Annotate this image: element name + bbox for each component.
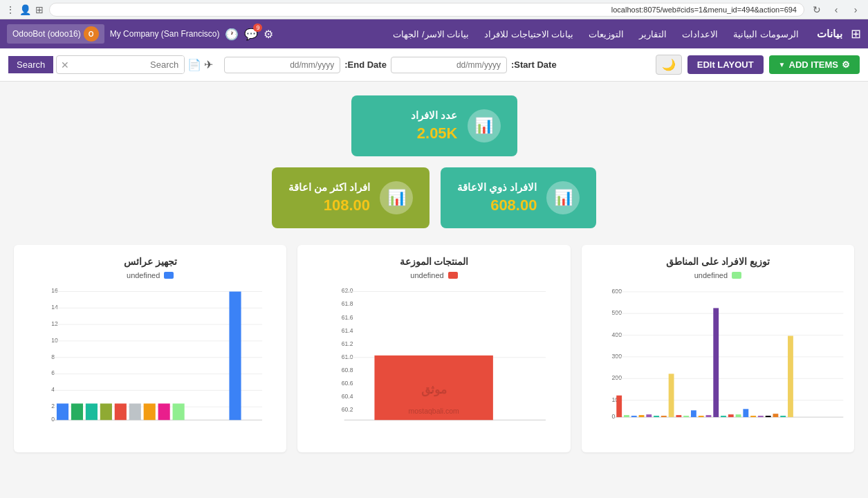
- svg-rect-26: [705, 415, 711, 417]
- svg-rect-32: [750, 416, 756, 417]
- chart-regions-title: توزيع الافراد على المناطق: [593, 256, 843, 267]
- end-date-input[interactable]: [224, 57, 340, 73]
- notification-badge: 9: [253, 24, 262, 32]
- chart-products: المنتجات الموزعة undefined 62.0 61.8 61.…: [297, 245, 570, 452]
- kpi-icon-multi-disabled: 📊: [380, 181, 413, 214]
- search-group: ✈ 📄 ✕ Search: [8, 55, 213, 74]
- end-date-label: End Date:: [344, 59, 387, 70]
- kpi-icon-disabled: 📊: [546, 181, 580, 214]
- svg-rect-24: [691, 410, 696, 417]
- nav-item-reports[interactable]: التقارير: [632, 26, 674, 42]
- kpi-label-disabled: الافراد ذوي الاعاقة: [457, 181, 537, 194]
- kpi-card-employees[interactable]: 📊 عدد الافراد 2.05K: [351, 95, 517, 156]
- svg-rect-79: [158, 403, 170, 420]
- chart-products-svg: 62.0 61.8 61.6 61.4 61.2 61.0 60.8 60.6 …: [308, 285, 559, 423]
- menu-icon[interactable]: ⋮: [6, 4, 15, 15]
- browser-bar: ‹ › ↻ localhost:8075/web#cids=1&menu_id=…: [0, 0, 868, 19]
- add-items-button[interactable]: ⚙ ADD ITEMS ▼: [769, 55, 860, 74]
- svg-rect-37: [788, 336, 793, 418]
- nav-right: ⚙ 💬 9 🕐 My Company (San Francisco) O Odo…: [7, 24, 273, 44]
- chart-regions-legend: undefined: [593, 271, 843, 279]
- kpi-card-disabled[interactable]: 📊 الافراد ذوي الاعاقة 608.00: [441, 167, 596, 228]
- nav-items: الرسومات البيانية الاعدادات التقارير الت…: [276, 26, 806, 42]
- extensions-icon[interactable]: ⊞: [35, 4, 44, 15]
- svg-text:62.0: 62.0: [342, 287, 353, 294]
- svg-rect-73: [71, 403, 83, 420]
- svg-text:300: 300: [611, 353, 622, 360]
- svg-rect-14: [616, 396, 622, 417]
- svg-rect-29: [728, 414, 734, 417]
- kpi-row-top: 📊 عدد الافراد 2.05K: [351, 95, 517, 156]
- svg-rect-34: [765, 416, 770, 417]
- svg-rect-17: [638, 415, 644, 417]
- svg-rect-81: [229, 292, 241, 421]
- chart-bride-title: تجهيز عرائس: [25, 256, 275, 267]
- svg-text:61.0: 61.0: [342, 353, 353, 360]
- kpi-value-multi-disabled: 108.00: [288, 196, 371, 214]
- date-filter-group: Start Date: End Date:: [224, 57, 556, 73]
- svg-rect-74: [86, 403, 98, 420]
- svg-text:8: 8: [51, 353, 55, 360]
- kpi-value-employees: 2.05K: [411, 124, 457, 142]
- toolbar: ⚙ ADD ITEMS ▼ EDIt LAYOUT 🌙 Start Date: …: [0, 48, 868, 82]
- svg-rect-75: [100, 403, 112, 420]
- legend-color-bride: [164, 272, 174, 279]
- svg-rect-22: [676, 415, 681, 417]
- kpi-row-bottom: 📊 الافراد ذوي الاعاقة 608.00 📊 افراد اكث…: [272, 167, 597, 228]
- nav-item-families[interactable]: بيانات الاسر/ الجهات: [386, 26, 476, 42]
- chart-regions: توزيع الافراد على المناطق undefined 600 …: [582, 245, 854, 452]
- search-input[interactable]: [73, 56, 184, 73]
- svg-text:0: 0: [51, 416, 55, 423]
- kpi-card-multi-disabled[interactable]: 📊 افراد اكثر من اعاقة 108.00: [272, 167, 430, 228]
- top-nav: ⊞ بيانات الرسومات البيانية الاعدادات الت…: [0, 19, 868, 48]
- kpi-text-employees: عدد الافراد 2.05K: [411, 109, 457, 142]
- svg-rect-30: [735, 414, 741, 417]
- nav-item-charts[interactable]: الرسومات البيانية: [726, 26, 806, 42]
- svg-rect-15: [624, 415, 629, 417]
- nav-item-needs[interactable]: بيانات الاحتياجات للافراد: [477, 26, 580, 42]
- kpi-text-disabled: الافراد ذوي الاعاقة 608.00: [457, 181, 537, 214]
- nav-item-distributions[interactable]: التوزيعات: [582, 26, 631, 42]
- charts-section: توزيع الافراد على المناطق undefined 600 …: [14, 245, 854, 452]
- share-icon[interactable]: ✈: [204, 58, 213, 71]
- svg-rect-27: [713, 308, 719, 417]
- reload-button[interactable]: ↻: [810, 3, 824, 17]
- svg-text:4: 4: [51, 386, 55, 393]
- download-icon[interactable]: 📄: [187, 58, 201, 71]
- kpi-value-disabled: 608.00: [457, 196, 537, 214]
- nav-item-settings[interactable]: الاعدادات: [675, 26, 725, 42]
- search-button[interactable]: Search: [8, 56, 53, 73]
- legend-label-regions: undefined: [694, 271, 728, 279]
- browser-toolbar: ⊞ 👤 ⋮: [6, 4, 44, 15]
- search-clear-button[interactable]: ✕: [57, 59, 73, 71]
- address-bar[interactable]: localhost:8075/web#cids=1&menu_id=494&ac…: [49, 3, 804, 17]
- profile-icon[interactable]: 👤: [19, 4, 31, 15]
- svg-rect-35: [773, 414, 778, 417]
- svg-rect-23: [683, 416, 689, 417]
- svg-text:60.8: 60.8: [342, 367, 353, 374]
- svg-text:600: 600: [611, 288, 622, 295]
- kpi-text-multi-disabled: افراد اكثر من اعاقة 108.00: [288, 181, 371, 214]
- notifications-icon[interactable]: 💬 9: [244, 28, 258, 41]
- clock-icon[interactable]: 🕐: [225, 28, 239, 41]
- chart-bride-legend: undefined: [25, 271, 275, 279]
- user-menu[interactable]: O OdooBot (odoo16): [7, 24, 104, 44]
- back-button[interactable]: ‹: [849, 3, 862, 17]
- forward-button[interactable]: ›: [829, 3, 843, 17]
- legend-color-regions: [732, 272, 741, 279]
- svg-rect-76: [115, 403, 127, 420]
- svg-rect-18: [646, 414, 652, 417]
- grid-icon[interactable]: ⊞: [851, 26, 861, 42]
- kpi-label-employees: عدد الافراد: [411, 109, 457, 122]
- theme-toggle-button[interactable]: 🌙: [656, 55, 682, 75]
- kpi-label-multi-disabled: افراد اكثر من اعاقة: [288, 181, 371, 194]
- svg-text:200: 200: [611, 374, 622, 381]
- svg-rect-19: [654, 416, 659, 417]
- svg-text:mostaqbali.com: mostaqbali.com: [409, 407, 460, 415]
- settings-icon[interactable]: ⚙: [264, 28, 273, 41]
- svg-text:12: 12: [51, 320, 58, 327]
- start-date-input[interactable]: [391, 57, 507, 73]
- svg-text:61.4: 61.4: [342, 327, 353, 334]
- chart-products-title: المنتجات الموزعة: [308, 256, 559, 267]
- edit-layout-button[interactable]: EDIt LAYOUT: [687, 55, 764, 74]
